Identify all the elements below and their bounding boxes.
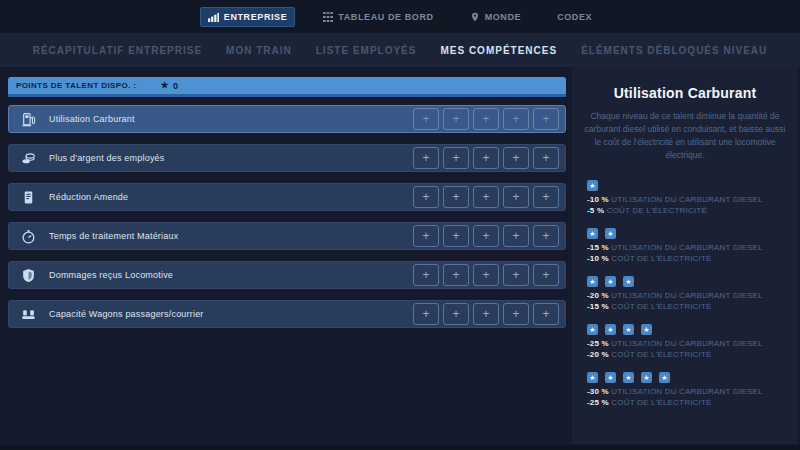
tab-entreprise[interactable]: ENTREPRISE [200,7,296,27]
talent-plus-button[interactable]: + [533,264,559,286]
skill-row-reduction-amende[interactable]: Réduction Amende + + + + + [8,183,566,211]
skill-row-temps-traitement[interactable]: Temps de traitement Matériaux + + + + + [8,222,566,250]
star-square-icon: ★ [605,228,616,239]
level-block-5: ★ ★ ★ ★ ★ -30 % UTILISATION DU CARBURANT… [587,372,798,408]
skill-row-capacite-wagons[interactable]: Capacité Wagons passagers/courrier + + +… [8,300,566,328]
talent-plus-button[interactable]: + [533,108,559,130]
talent-plus-button[interactable]: + [503,303,529,325]
tab-monde[interactable]: MONDE [462,6,530,28]
subtab-elements-debloques-niveau[interactable]: ÉLÉMENTS DÉBLOQUÉS NIVEAU [581,45,767,56]
talent-plus-button[interactable]: + [443,108,469,130]
level-effect-line: -5 % COÛT DE L'ÉLECTRICITÉ [587,205,798,216]
effect-text: UTILISATION DU CARBURANT DIESEL [611,387,762,396]
talent-slot-group: + + + + + [413,264,559,286]
level-effect-line: -10 % UTILISATION DU CARBURANT DIESEL [587,194,798,205]
seats-icon [21,307,36,322]
effect-text: COÛT DE L'ÉLECTRICITÉ [611,398,711,407]
talent-plus-button[interactable]: + [443,264,469,286]
skill-levels: ★ -10 % UTILISATION DU CARBURANT DIESEL … [572,180,798,408]
level-stars: ★ [587,180,798,191]
skill-row-argent-employes[interactable]: Plus d'argent des employés + + + + + [8,144,566,172]
stopwatch-icon [21,229,36,244]
map-pin-icon [470,11,480,23]
talent-plus-button[interactable]: + [413,225,439,247]
subtab-mon-train[interactable]: MON TRAIN [226,45,292,56]
talent-plus-button[interactable]: + [533,225,559,247]
talent-plus-button[interactable]: + [443,147,469,169]
effect-text: COÛT DE L'ÉLECTRICITÉ [611,254,711,263]
talent-plus-button[interactable]: + [473,147,499,169]
effect-value: -25 % [587,339,609,348]
level-effect-line: -20 % UTILISATION DU CARBURANT DIESEL [587,290,798,301]
talent-slot-group: + + + + + [413,108,559,130]
talent-plus-button[interactable]: + [443,303,469,325]
talent-plus-button[interactable]: + [413,147,439,169]
talent-plus-button[interactable]: + [473,303,499,325]
bar-chart-icon [208,12,219,22]
talent-plus-button[interactable]: + [413,264,439,286]
skill-row-utilisation-carburant[interactable]: Utilisation Carburant + + + + + [8,105,566,133]
effect-text: UTILISATION DU CARBURANT DIESEL [611,195,762,204]
talent-plus-button[interactable]: + [473,225,499,247]
level-stars: ★ ★ ★ ★ [587,324,798,335]
talent-plus-button[interactable]: + [443,225,469,247]
talent-plus-button[interactable]: + [503,147,529,169]
talent-plus-button[interactable]: + [533,186,559,208]
talent-plus-button[interactable]: + [503,108,529,130]
level-stars: ★ ★ ★ ★ ★ [587,372,798,383]
talent-slot-group: + + + + + [413,225,559,247]
effect-value: -15 % [587,243,609,252]
effect-text: UTILISATION DU CARBURANT DIESEL [611,339,762,348]
talent-plus-button[interactable]: + [473,108,499,130]
talent-plus-button[interactable]: + [443,186,469,208]
star-square-icon: ★ [587,276,598,287]
effect-text: COÛT DE L'ÉLECTRICITÉ [607,206,707,215]
star-square-icon: ★ [605,276,616,287]
skill-row-dommages-locomotive[interactable]: Dommages reçus Locomotive + + + + + [8,261,566,289]
effect-value: -20 % [587,291,609,300]
star-square-icon: ★ [605,372,616,383]
star-square-icon: ★ [623,324,634,335]
level-effect-line: -10 % COÛT DE L'ÉLECTRICITÉ [587,253,798,264]
level-block-4: ★ ★ ★ ★ -25 % UTILISATION DU CARBURANT D… [587,324,798,360]
effect-value: -10 % [587,195,609,204]
skill-label: Plus d'argent des employés [49,153,164,163]
effect-value: -30 % [587,387,609,396]
talent-plus-button[interactable]: + [503,225,529,247]
star-square-icon: ★ [641,324,652,335]
talent-plus-button[interactable]: + [503,186,529,208]
talent-plus-button[interactable]: + [473,264,499,286]
grid-icon [323,12,333,22]
tab-codex[interactable]: CODEX [549,7,600,27]
subtab-mes-competences[interactable]: MES COMPÉTENCES [440,45,557,56]
bottom-edge [0,445,800,450]
level-effect-line: -20 % COÛT DE L'ÉLECTRICITÉ [587,349,798,360]
effect-text: UTILISATION DU CARBURANT DIESEL [611,291,762,300]
level-stars: ★ ★ ★ [587,276,798,287]
effect-text: COÛT DE L'ÉLECTRICITÉ [611,302,711,311]
talent-plus-button[interactable]: + [473,186,499,208]
talent-plus-button[interactable]: + [413,186,439,208]
subtab-liste-employes[interactable]: LISTE EMPLOYÉS [316,45,417,56]
talent-plus-button[interactable]: + [503,264,529,286]
shield-icon [21,268,36,283]
talent-plus-button[interactable]: + [533,303,559,325]
talent-plus-button[interactable]: + [413,303,439,325]
talent-slot-group: + + + + + [413,147,559,169]
talent-panel: POINTS DE TALENT DISPO. : ★ 0 Utilisatio… [8,77,566,339]
star-square-icon: ★ [623,276,634,287]
level-block-2: ★ ★ -15 % UTILISATION DU CARBURANT DIESE… [587,228,798,264]
tab-tableau-de-bord[interactable]: TABLEAU DE BORD [315,7,441,27]
effect-value: -15 % [587,302,609,311]
talent-plus-button[interactable]: + [533,147,559,169]
points-count: 0 [173,81,178,91]
talent-plus-button[interactable]: + [413,108,439,130]
effect-text: UTILISATION DU CARBURANT DIESEL [611,243,762,252]
talent-points-label: POINTS DE TALENT DISPO. : [16,81,137,90]
subtab-recapitulatif-entreprise[interactable]: RÉCAPITULATIF ENTREPRISE [33,45,202,56]
level-block-1: ★ -10 % UTILISATION DU CARBURANT DIESEL … [587,180,798,216]
talent-slot-group: + + + + + [413,303,559,325]
level-effect-line: -25 % COÛT DE L'ÉLECTRICITÉ [587,397,798,408]
talent-slot-group: + + + + + [413,186,559,208]
skill-label: Réduction Amende [49,192,128,202]
